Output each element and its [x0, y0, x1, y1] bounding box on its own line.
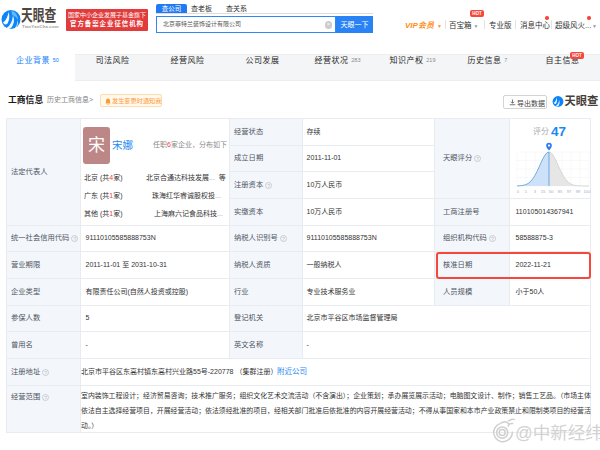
svg-text:85: 85	[558, 189, 563, 194]
svg-text:15: 15	[541, 189, 546, 194]
svg-text:0: 0	[517, 189, 520, 194]
svg-text:99: 99	[576, 189, 581, 194]
svg-text:1: 1	[525, 189, 528, 194]
svg-text:100: 100	[584, 189, 592, 194]
svg-text:97: 97	[567, 189, 572, 194]
svg-text:50: 50	[549, 189, 554, 194]
svg-text:3: 3	[534, 189, 537, 194]
